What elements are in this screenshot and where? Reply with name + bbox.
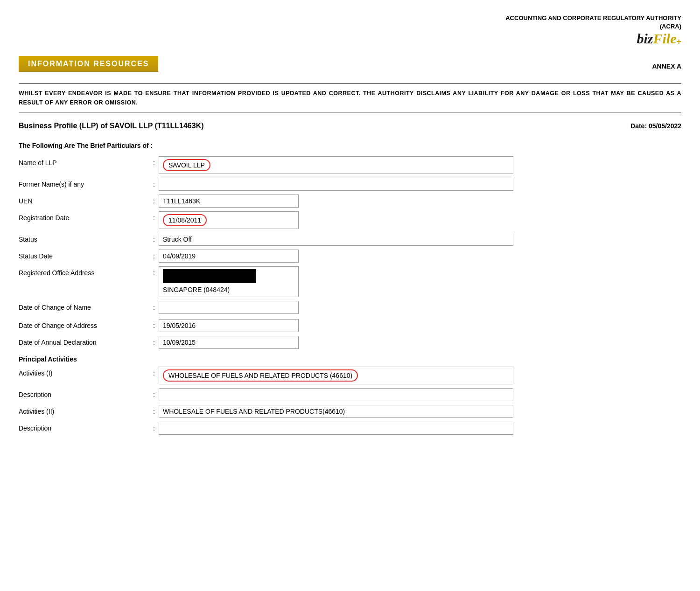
header-right: ACCOUNTING AND CORPORATE REGULATORY AUTH… <box>505 14 681 47</box>
activities-1-value-container: WHOLESALE OF FUELS AND RELATED PRODUCTS … <box>159 367 681 384</box>
description-1-label: Description <box>19 388 149 398</box>
status-value-container: Struck Off <box>159 233 681 246</box>
reg-date-value: 11/08/2011 <box>163 214 207 226</box>
colon-status-date: : <box>149 250 159 260</box>
colon-reg-date: : <box>149 211 159 222</box>
description-2-value-container <box>159 422 681 435</box>
field-row-name-llp: Name of LLP : SAVOIL LLP <box>19 156 681 174</box>
office-address-label: Registered Office Address <box>19 266 149 277</box>
date-change-address-value-container: 19/05/2016 <box>159 319 681 332</box>
former-name-label: Former Name(s) if any <box>19 178 149 188</box>
reg-date-value-container: 11/08/2011 <box>159 211 681 229</box>
status-date-value-container: 04/09/2019 <box>159 250 681 263</box>
disclaimer-text: WHILST EVERY ENDEAVOR IS MADE TO ENSURE … <box>19 83 681 112</box>
uen-label: UEN <box>19 195 149 205</box>
colon-date-change-address: : <box>149 319 159 329</box>
colon-uen: : <box>149 195 159 205</box>
principal-activities-label: Principal Activities <box>19 353 149 363</box>
field-row-date-change-address: Date of Change of Address : 19/05/2016 <box>19 319 681 332</box>
acra-line1: ACCOUNTING AND CORPORATE REGULATORY AUTH… <box>505 14 681 21</box>
date-change-address-label: Date of Change of Address <box>19 319 149 329</box>
field-row-date-annual-declaration: Date of Annual Declaration : 10/09/2015 <box>19 336 681 349</box>
colon-date-annual-declaration: : <box>149 336 159 346</box>
singapore-text: SINGAPORE (048424) <box>163 285 294 294</box>
bizfile-logo: biz File + <box>637 31 681 47</box>
colon-office-address: : <box>149 266 159 277</box>
brief-particulars-label: The Following Are The Brief Particulars … <box>19 142 681 149</box>
logo-plus: + <box>676 37 681 47</box>
page-header: ACCOUNTING AND CORPORATE REGULATORY AUTH… <box>19 14 681 47</box>
acra-text: ACCOUNTING AND CORPORATE REGULATORY AUTH… <box>505 14 681 31</box>
date-change-name-value <box>159 301 299 314</box>
description-1-value <box>159 388 513 401</box>
name-llp-value: SAVOIL LLP <box>163 159 210 171</box>
activities-1-label: Activities (I) <box>19 367 149 377</box>
description-2-value <box>159 422 513 435</box>
former-name-value <box>159 178 513 191</box>
name-llp-label: Name of LLP <box>19 156 149 167</box>
name-llp-value-container: SAVOIL LLP <box>159 156 681 174</box>
banner-label: INFORMATION RESOURCES <box>28 60 149 68</box>
address-box: SINGAPORE (048424) <box>159 266 299 297</box>
field-row-former-name: Former Name(s) if any : <box>19 178 681 191</box>
status-value: Struck Off <box>159 233 513 246</box>
date-change-name-value-container <box>159 301 681 315</box>
colon-description-2: : <box>149 422 159 432</box>
logo-biz: biz <box>637 31 653 47</box>
field-row-activities-1: Activities (I) : WHOLESALE OF FUELS AND … <box>19 367 681 384</box>
field-row-status: Status : Struck Off <box>19 233 681 246</box>
status-date-label: Status Date <box>19 250 149 260</box>
status-label: Status <box>19 233 149 243</box>
date-change-address-value: 19/05/2016 <box>159 319 299 332</box>
field-row-description-1: Description : <box>19 388 681 401</box>
field-row-description-2: Description : <box>19 422 681 435</box>
date-annual-declaration-label: Date of Annual Declaration <box>19 336 149 346</box>
profile-title-row: Business Profile (LLP) of SAVOIL LLP (T1… <box>19 122 681 130</box>
profile-title: Business Profile (LLP) of SAVOIL LLP (T1… <box>19 122 204 130</box>
reg-date-label: Registration Date <box>19 211 149 222</box>
uen-value: T11LL1463K <box>159 195 299 208</box>
colon-spacer <box>149 353 159 355</box>
logo-file: File <box>653 31 676 47</box>
office-address-value-container: SINGAPORE (048424) <box>159 266 681 297</box>
field-row-reg-date: Registration Date : 11/08/2011 <box>19 211 681 229</box>
activities-2-value-container: WHOLESALE OF FUELS AND RELATED PRODUCTS(… <box>159 405 681 418</box>
field-row-date-change-name: Date of Change of Name : <box>19 301 681 315</box>
activities-2-value: WHOLESALE OF FUELS AND RELATED PRODUCTS(… <box>159 405 513 418</box>
description-2-label: Description <box>19 422 149 432</box>
date-annual-declaration-value-container: 10/09/2015 <box>159 336 681 349</box>
activities-2-label: Activities (II) <box>19 405 149 415</box>
activities-1-value: WHOLESALE OF FUELS AND RELATED PRODUCTS … <box>163 369 358 382</box>
field-row-uen: UEN : T11LL1463K <box>19 195 681 208</box>
field-row-office-address: Registered Office Address : SINGAPORE (0… <box>19 266 681 297</box>
acra-line2: (ACRA) <box>660 23 681 30</box>
date-change-name-label: Date of Change of Name <box>19 301 149 311</box>
info-resources-banner: INFORMATION RESOURCES <box>19 56 158 72</box>
profile-date: Date: 05/05/2022 <box>630 122 681 130</box>
banner-annex-row: INFORMATION RESOURCES ANNEX A <box>19 56 681 76</box>
description-1-value-container <box>159 388 681 401</box>
colon-activities-1: : <box>149 367 159 377</box>
status-date-value: 04/09/2019 <box>159 250 299 263</box>
principal-activities-bold: Principal Activities <box>19 355 77 363</box>
date-annual-declaration-value: 10/09/2015 <box>159 336 299 349</box>
colon-status: : <box>149 233 159 243</box>
redacted-address <box>163 269 256 283</box>
field-row-principal-activities: Principal Activities <box>19 353 681 363</box>
annex-label: ANNEX A <box>652 63 682 70</box>
colon-date-change-name: : <box>149 301 159 311</box>
field-row-activities-2: Activities (II) : WHOLESALE OF FUELS AND… <box>19 405 681 418</box>
former-name-value-container <box>159 178 681 191</box>
colon-former-name: : <box>149 178 159 188</box>
uen-value-container: T11LL1463K <box>159 195 681 208</box>
colon-name-llp: : <box>149 156 159 167</box>
colon-description-1: : <box>149 388 159 398</box>
colon-activities-2: : <box>149 405 159 415</box>
field-row-status-date: Status Date : 04/09/2019 <box>19 250 681 263</box>
